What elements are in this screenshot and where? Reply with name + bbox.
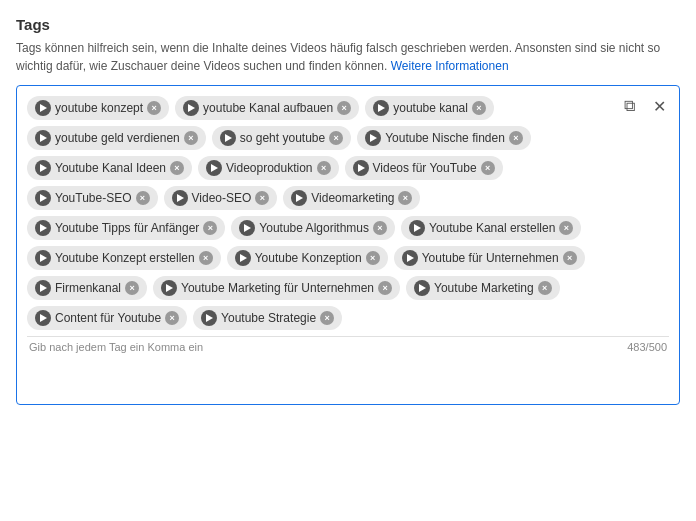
tag-item: Videomarketing× xyxy=(283,186,420,210)
tags-box[interactable]: ⧉ ✕ youtube konzept×youtube Kanal aufbau… xyxy=(16,85,680,405)
tag-play-icon xyxy=(35,130,51,146)
tag-play-icon xyxy=(35,280,51,296)
tag-label: Youtube Kanal Ideen xyxy=(55,161,166,175)
tag-label: youtube Kanal aufbauen xyxy=(203,101,333,115)
tags-area: youtube konzept×youtube Kanal aufbauen×y… xyxy=(27,96,669,330)
tag-label: so geht youtube xyxy=(240,131,325,145)
tag-play-icon xyxy=(220,130,236,146)
tag-label: YouTube-SEO xyxy=(55,191,132,205)
tag-remove-button[interactable]: × xyxy=(329,131,343,145)
tag-remove-button[interactable]: × xyxy=(125,281,139,295)
tag-label: Videos für YouTube xyxy=(373,161,477,175)
tag-label: Youtube Marketing xyxy=(434,281,534,295)
tag-item: youtube konzept× xyxy=(27,96,169,120)
tag-item: Youtube Konzeption× xyxy=(227,246,388,270)
tag-remove-button[interactable]: × xyxy=(472,101,486,115)
tag-label: youtube geld verdienen xyxy=(55,131,180,145)
tag-play-icon xyxy=(201,310,217,326)
tag-remove-button[interactable]: × xyxy=(203,221,217,235)
tag-remove-button[interactable]: × xyxy=(165,311,179,325)
tag-label: Youtube Kanal erstellen xyxy=(429,221,555,235)
tag-label: Youtube Strategie xyxy=(221,311,316,325)
tag-label: Video-SEO xyxy=(192,191,252,205)
tag-remove-button[interactable]: × xyxy=(481,161,495,175)
tag-item: Youtube Tipps für Anfänger× xyxy=(27,216,225,240)
tag-label: Youtube Algorithmus xyxy=(259,221,369,235)
tag-remove-button[interactable]: × xyxy=(317,161,331,175)
tag-label: Youtube Nische finden xyxy=(385,131,505,145)
tag-item: Firmenkanal× xyxy=(27,276,147,300)
tag-item: youtube geld verdienen× xyxy=(27,126,206,150)
tag-play-icon xyxy=(161,280,177,296)
tag-play-icon xyxy=(183,100,199,116)
tag-play-icon xyxy=(35,160,51,176)
tag-item: Content für Youtube× xyxy=(27,306,187,330)
tag-item: Youtube Marketing für Unternehmen× xyxy=(153,276,400,300)
tag-play-icon xyxy=(35,190,51,206)
tag-remove-button[interactable]: × xyxy=(199,251,213,265)
tag-remove-button[interactable]: × xyxy=(337,101,351,115)
tag-play-icon xyxy=(373,100,389,116)
tag-play-icon xyxy=(291,190,307,206)
tag-label: Content für Youtube xyxy=(55,311,161,325)
tag-label: Youtube Konzeption xyxy=(255,251,362,265)
tag-remove-button[interactable]: × xyxy=(509,131,523,145)
tag-item: Youtube Marketing× xyxy=(406,276,560,300)
tag-remove-button[interactable]: × xyxy=(538,281,552,295)
tag-item: Youtube Kanal erstellen× xyxy=(401,216,581,240)
tag-label: Youtube für Unternehmen xyxy=(422,251,559,265)
tag-play-icon xyxy=(35,100,51,116)
tag-play-icon xyxy=(35,220,51,236)
section-title: Tags xyxy=(16,16,680,33)
tag-remove-button[interactable]: × xyxy=(559,221,573,235)
tag-play-icon xyxy=(35,310,51,326)
tag-remove-button[interactable]: × xyxy=(366,251,380,265)
footer-hint: Gib nach jedem Tag ein Komma ein xyxy=(29,341,203,353)
tag-remove-button[interactable]: × xyxy=(373,221,387,235)
tag-remove-button[interactable]: × xyxy=(136,191,150,205)
tag-label: youtube kanal xyxy=(393,101,468,115)
tag-item: so geht youtube× xyxy=(212,126,351,150)
tag-item: Video-SEO× xyxy=(164,186,278,210)
tag-item: Youtube für Unternehmen× xyxy=(394,246,585,270)
tag-play-icon xyxy=(206,160,222,176)
description: Tags können hilfreich sein, wenn die Inh… xyxy=(16,39,680,75)
tag-play-icon xyxy=(409,220,425,236)
tag-remove-button[interactable]: × xyxy=(184,131,198,145)
tag-label: Youtube Konzept erstellen xyxy=(55,251,195,265)
tag-play-icon xyxy=(402,250,418,266)
tag-play-icon xyxy=(172,190,188,206)
tag-remove-button[interactable]: × xyxy=(147,101,161,115)
tags-footer: Gib nach jedem Tag ein Komma ein 483/500 xyxy=(27,336,669,353)
tag-item: Youtube Algorithmus× xyxy=(231,216,395,240)
tag-remove-button[interactable]: × xyxy=(378,281,392,295)
tag-play-icon xyxy=(239,220,255,236)
close-button[interactable]: ✕ xyxy=(647,94,671,118)
copy-button[interactable]: ⧉ xyxy=(617,94,641,118)
footer-count: 483/500 xyxy=(627,341,667,353)
tag-item: youtube Kanal aufbauen× xyxy=(175,96,359,120)
box-actions: ⧉ ✕ xyxy=(617,94,671,118)
tag-play-icon xyxy=(365,130,381,146)
tag-remove-button[interactable]: × xyxy=(398,191,412,205)
tag-remove-button[interactable]: × xyxy=(255,191,269,205)
tag-remove-button[interactable]: × xyxy=(563,251,577,265)
tag-play-icon xyxy=(414,280,430,296)
tag-item: youtube kanal× xyxy=(365,96,494,120)
tag-label: Videomarketing xyxy=(311,191,394,205)
tag-item: Youtube Strategie× xyxy=(193,306,342,330)
tag-play-icon xyxy=(353,160,369,176)
tag-item: Videoproduktion× xyxy=(198,156,339,180)
tag-item: YouTube-SEO× xyxy=(27,186,158,210)
more-info-link[interactable]: Weitere Informationen xyxy=(391,59,509,73)
tag-item: Youtube Konzept erstellen× xyxy=(27,246,221,270)
tag-label: Youtube Marketing für Unternehmen xyxy=(181,281,374,295)
tag-remove-button[interactable]: × xyxy=(320,311,334,325)
tags-section: Tags Tags können hilfreich sein, wenn di… xyxy=(16,16,680,405)
tag-label: Youtube Tipps für Anfänger xyxy=(55,221,199,235)
description-text: Tags können hilfreich sein, wenn die Inh… xyxy=(16,41,660,73)
tag-item: Youtube Nische finden× xyxy=(357,126,531,150)
tag-play-icon xyxy=(35,250,51,266)
tag-item: Videos für YouTube× xyxy=(345,156,503,180)
tag-remove-button[interactable]: × xyxy=(170,161,184,175)
